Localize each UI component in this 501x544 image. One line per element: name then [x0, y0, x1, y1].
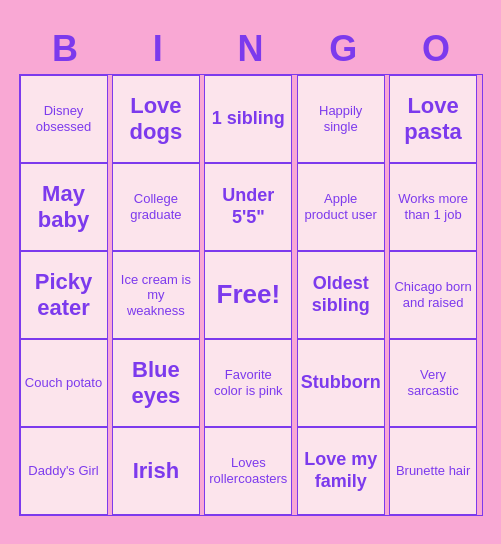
cell-18: Stubborn	[297, 339, 385, 427]
title-g: G	[299, 28, 387, 70]
bingo-title: B I N G O	[19, 28, 483, 70]
cell-19: Very sarcastic	[389, 339, 477, 427]
cell-22: Loves rollercoasters	[204, 427, 292, 515]
cell-11: Ice cream is my weakness	[112, 251, 200, 339]
cell-9: Works more than 1 job	[389, 163, 477, 251]
cell-23: Love my family	[297, 427, 385, 515]
title-b: B	[21, 28, 109, 70]
cell-8: Apple product user	[297, 163, 385, 251]
cell-2: 1 sibling	[204, 75, 292, 163]
bingo-card: B I N G O Disney obsessedLove dogs1 sibl…	[11, 20, 491, 524]
cell-5: May baby	[20, 163, 108, 251]
cell-24: Brunette hair	[389, 427, 477, 515]
cell-0: Disney obsessed	[20, 75, 108, 163]
title-o: O	[392, 28, 480, 70]
cell-6: College graduate	[112, 163, 200, 251]
cell-1: Love dogs	[112, 75, 200, 163]
cell-13: Oldest sibling	[297, 251, 385, 339]
cell-14: Chicago born and raised	[389, 251, 477, 339]
title-n: N	[206, 28, 294, 70]
cell-3: Happily single	[297, 75, 385, 163]
cell-15: Couch potato	[20, 339, 108, 427]
bingo-grid: Disney obsessedLove dogs1 siblingHappily…	[19, 74, 483, 516]
title-i: I	[114, 28, 202, 70]
cell-7: Under 5'5"	[204, 163, 292, 251]
cell-21: Irish	[112, 427, 200, 515]
cell-12: Free!	[204, 251, 292, 339]
cell-16: Blue eyes	[112, 339, 200, 427]
cell-20: Daddy's Girl	[20, 427, 108, 515]
cell-17: Favorite color is pink	[204, 339, 292, 427]
cell-4: Love pasta	[389, 75, 477, 163]
cell-10: Picky eater	[20, 251, 108, 339]
